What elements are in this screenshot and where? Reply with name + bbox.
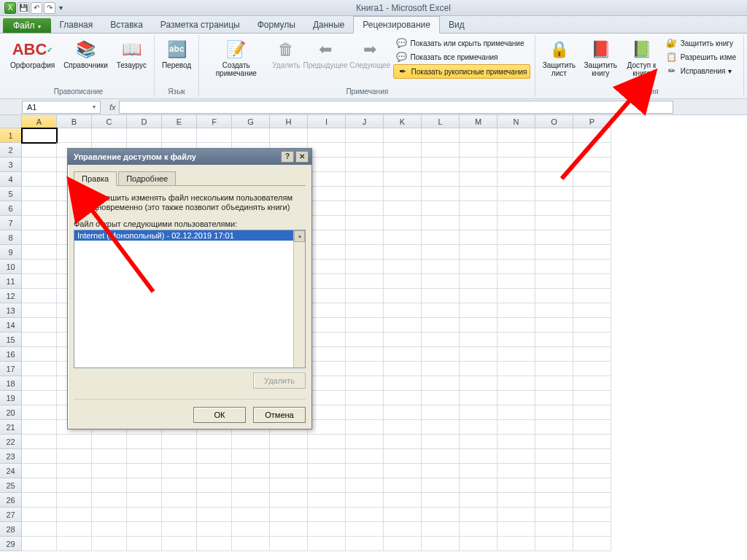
row-header-28[interactable]: 28	[0, 522, 22, 537]
cell-J29[interactable]	[346, 537, 384, 551]
col-header-K[interactable]: K	[384, 115, 422, 128]
cell-C26[interactable]	[92, 493, 127, 508]
cell-I6[interactable]	[308, 201, 346, 216]
fx-icon[interactable]: fx	[109, 103, 116, 112]
cell-N16[interactable]	[498, 347, 535, 362]
col-header-P[interactable]: P	[573, 115, 611, 128]
cell-C24[interactable]	[92, 464, 127, 478]
thesaurus-button[interactable]: 📖Тезаурус	[114, 36, 150, 86]
cell-J4[interactable]	[346, 172, 384, 187]
tab-data[interactable]: Данные	[304, 17, 353, 33]
cell-M2[interactable]	[460, 143, 498, 158]
col-header-J[interactable]: J	[346, 115, 384, 128]
cell-I28[interactable]	[308, 522, 346, 537]
cell-P18[interactable]	[573, 376, 611, 391]
tab-file[interactable]: Файл	[3, 18, 51, 33]
cell-P25[interactable]	[573, 478, 611, 493]
cell-I2[interactable]	[308, 143, 346, 158]
row-header-22[interactable]: 22	[0, 435, 22, 449]
cell-N28[interactable]	[498, 522, 535, 537]
cell-K24[interactable]	[384, 464, 422, 478]
col-header-C[interactable]: C	[92, 115, 127, 128]
cell-C27[interactable]	[92, 508, 127, 522]
cell-P26[interactable]	[573, 493, 611, 508]
cell-L4[interactable]	[422, 172, 460, 187]
cell-A3[interactable]	[22, 158, 57, 172]
translate-button[interactable]: 🔤Перевод	[159, 36, 194, 86]
cell-L23[interactable]	[422, 449, 460, 464]
cell-K6[interactable]	[384, 201, 422, 216]
cell-N18[interactable]	[498, 376, 535, 391]
show-hide-comment-button[interactable]: 💬Показать или скрыть примечание	[393, 36, 531, 50]
cell-L18[interactable]	[422, 376, 460, 391]
cell-O5[interactable]	[535, 187, 573, 201]
cell-P20[interactable]	[573, 405, 611, 420]
cell-O6[interactable]	[535, 201, 573, 216]
cell-N21[interactable]	[498, 420, 535, 435]
cell-H25[interactable]	[270, 478, 308, 493]
cell-D29[interactable]	[127, 537, 162, 551]
cell-J7[interactable]	[346, 216, 384, 230]
cell-L8[interactable]	[422, 230, 460, 245]
cell-I3[interactable]	[308, 158, 346, 172]
cell-H29[interactable]	[270, 537, 308, 551]
cell-M12[interactable]	[460, 289, 498, 303]
formula-bar[interactable]	[119, 101, 673, 114]
cell-A13[interactable]	[22, 303, 57, 318]
cell-A24[interactable]	[22, 464, 57, 478]
cell-J21[interactable]	[346, 420, 384, 435]
cell-N27[interactable]	[498, 508, 535, 522]
cell-I25[interactable]	[308, 478, 346, 493]
cell-L26[interactable]	[422, 493, 460, 508]
cell-A10[interactable]	[22, 260, 57, 274]
cell-N22[interactable]	[498, 435, 535, 449]
cell-I23[interactable]	[308, 449, 346, 464]
cell-M23[interactable]	[460, 449, 498, 464]
row-header-18[interactable]: 18	[0, 376, 22, 391]
cell-E29[interactable]	[162, 537, 197, 551]
tab-review[interactable]: Рецензирование	[353, 16, 440, 34]
cell-J22[interactable]	[346, 435, 384, 449]
cell-H1[interactable]	[270, 128, 308, 143]
cell-P21[interactable]	[573, 420, 611, 435]
cell-J6[interactable]	[346, 201, 384, 216]
cell-P28[interactable]	[573, 522, 611, 537]
cell-I9[interactable]	[308, 245, 346, 260]
cell-M1[interactable]	[460, 128, 498, 143]
row-header-20[interactable]: 20	[0, 405, 22, 420]
cell-J5[interactable]	[346, 187, 384, 201]
cell-I13[interactable]	[308, 303, 346, 318]
col-header-L[interactable]: L	[422, 115, 460, 128]
cell-J20[interactable]	[346, 405, 384, 420]
new-comment-button[interactable]: 📝Создать примечание	[204, 36, 268, 86]
cell-M19[interactable]	[460, 391, 498, 405]
cell-P7[interactable]	[573, 216, 611, 230]
cell-N20[interactable]	[498, 405, 535, 420]
cell-P11[interactable]	[573, 274, 611, 289]
cell-L15[interactable]	[422, 332, 460, 347]
cell-A11[interactable]	[22, 274, 57, 289]
cell-L14[interactable]	[422, 318, 460, 332]
cell-N4[interactable]	[498, 172, 535, 187]
cell-F25[interactable]	[197, 478, 232, 493]
cell-L24[interactable]	[422, 464, 460, 478]
cell-I8[interactable]	[308, 230, 346, 245]
cell-P8[interactable]	[573, 230, 611, 245]
cell-P9[interactable]	[573, 245, 611, 260]
cell-P29[interactable]	[573, 537, 611, 551]
cell-O13[interactable]	[535, 303, 573, 318]
cell-A17[interactable]	[22, 362, 57, 376]
cell-J27[interactable]	[346, 508, 384, 522]
cell-M16[interactable]	[460, 347, 498, 362]
cell-O12[interactable]	[535, 289, 573, 303]
cell-I11[interactable]	[308, 274, 346, 289]
cell-K5[interactable]	[384, 187, 422, 201]
cell-L12[interactable]	[422, 289, 460, 303]
col-header-I[interactable]: I	[308, 115, 346, 128]
row-header-25[interactable]: 25	[0, 478, 22, 493]
cell-F28[interactable]	[197, 522, 232, 537]
cell-J10[interactable]	[346, 260, 384, 274]
cell-J2[interactable]	[346, 143, 384, 158]
cell-D25[interactable]	[127, 478, 162, 493]
cell-N23[interactable]	[498, 449, 535, 464]
